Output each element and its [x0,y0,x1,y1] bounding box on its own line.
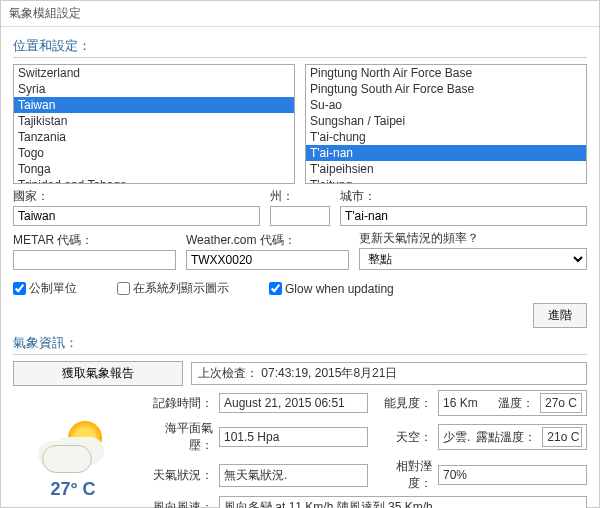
freq-select[interactable]: 整點 [359,248,587,270]
list-item[interactable]: Tajikistan [14,113,294,129]
list-item[interactable]: Syria [14,81,294,97]
info-section-title: 氣象資訊： [13,334,587,352]
state-label: 州： [270,188,330,205]
partly-cloudy-icon [38,419,108,479]
metar-label: METAR 代碼： [13,232,176,249]
list-item[interactable]: Su-ao [306,97,586,113]
list-item[interactable]: T'aitung [306,177,586,184]
tray-checkbox-input[interactable] [117,282,130,295]
details-grid: 記錄時間： August 21, 2015 06:51 能見度： 16 Km 溫… [143,390,587,508]
location-section-title: 位置和設定： [13,37,587,55]
country-input[interactable] [13,206,260,226]
freq-label: 更新天氣情況的頻率？ [359,230,587,247]
list-item[interactable]: Tanzania [14,129,294,145]
list-item[interactable]: T'ai-nan [306,145,586,161]
wcom-input[interactable] [186,250,349,270]
list-row: SwitzerlandSyriaTaiwanTajikistanTanzania… [13,64,587,184]
city-label: 城市： [340,188,587,205]
dewpoint-value: 21o C [542,427,582,447]
city-listbox[interactable]: Pingtung North Air Force BasePingtung So… [305,64,587,184]
metric-checkbox-input[interactable] [13,282,26,295]
list-item[interactable]: Pingtung South Air Force Base [306,81,586,97]
wind-value: 風向多變 at 11 Km/h 陣風達到 35 Km/h. [219,496,587,508]
country-label: 國家： [13,188,260,205]
list-item[interactable]: T'aipeihsien [306,161,586,177]
glow-checkbox-input[interactable] [269,282,282,295]
list-item[interactable]: Pingtung North Air Force Base [306,65,586,81]
weather-icon-panel: 27° C [13,390,133,508]
list-item[interactable]: Tonga [14,161,294,177]
last-check-box: 上次檢査： 07:43:19, 2015年8月21日 [191,362,587,385]
humidity-value: 70% [438,465,587,485]
list-item[interactable]: Trinidad and Tobago [14,177,294,184]
divider [13,354,587,355]
list-item[interactable]: Togo [14,145,294,161]
content-area: 位置和設定： SwitzerlandSyriaTaiwanTajikistanT… [1,26,599,508]
visibility-value: 16 Km [443,396,492,410]
glow-checkbox[interactable]: Glow when updating [269,280,394,297]
temperature-value: 27o C [540,393,582,413]
condition-value: 無天氣狀況. [219,464,368,487]
fetch-button[interactable]: 獲取氣象報告 [13,361,183,386]
list-item[interactable]: Sungshan / Taipei [306,113,586,129]
state-input[interactable] [270,206,330,226]
metar-input[interactable] [13,250,176,270]
metric-checkbox[interactable]: 公制單位 [13,280,77,297]
settings-window: 氣象模組設定 位置和設定： SwitzerlandSyriaTaiwanTaji… [0,0,600,508]
country-listbox[interactable]: SwitzerlandSyriaTaiwanTajikistanTanzania… [13,64,295,184]
pressure-value: 101.5 Hpa [219,427,368,447]
sky-value: 少雲. [443,429,470,446]
advanced-button[interactable]: 進階 [533,303,587,328]
list-item[interactable]: Taiwan [14,97,294,113]
city-input[interactable] [340,206,587,226]
wcom-label: Weather.com 代碼： [186,232,349,249]
record-time-value: August 21, 2015 06:51 [219,393,368,413]
temp-display: 27° C [50,479,95,500]
divider [13,57,587,58]
tray-checkbox[interactable]: 在系統列顯示圖示 [117,280,229,297]
list-item[interactable]: T'ai-chung [306,129,586,145]
window-title: 氣象模組設定 [1,1,599,26]
list-item[interactable]: Switzerland [14,65,294,81]
